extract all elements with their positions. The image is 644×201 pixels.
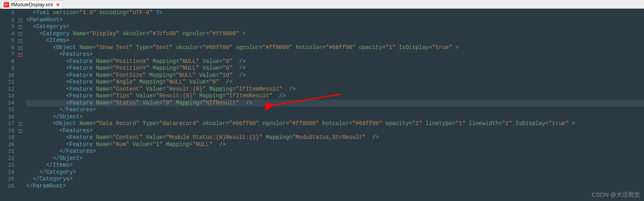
code-line[interactable]: <?xml version="1.0" encoding="UTF-8" ?> (26, 9, 644, 17)
fold-marker[interactable]: - (17, 44, 23, 51)
line-number: 8 (0, 58, 14, 65)
code-line[interactable]: <Feature Name="Content" Value="Module St… (26, 134, 644, 141)
tab-filename: IfModuleDisplay.xml (11, 2, 53, 8)
fold-marker[interactable]: - (17, 120, 23, 127)
line-number: 2 (0, 17, 14, 24)
line-number: 23 (0, 162, 14, 169)
fold-marker[interactable]: - (17, 17, 23, 24)
code-line[interactable]: <Features> (26, 127, 644, 135)
fold-marker[interactable] (17, 162, 23, 169)
fold-marker[interactable] (17, 9, 23, 17)
fold-marker[interactable] (17, 93, 23, 100)
code-line[interactable]: </Features> (26, 148, 644, 155)
line-number: 18 (0, 127, 14, 135)
line-number: 16 (0, 114, 14, 121)
fold-marker[interactable]: - (17, 127, 23, 135)
file-tab[interactable]: IfModuleDisplay.xml ✕ (1, 1, 63, 9)
code-line[interactable]: </Category> (26, 169, 644, 176)
code-line[interactable]: <Feature Name="PositionY" Mapping="NULL"… (26, 65, 644, 72)
line-number: 3 (0, 23, 14, 30)
code-line[interactable]: <Feature Name="Angle" Mapping="NULL" Val… (26, 79, 644, 86)
code-line[interactable]: <Feature Name="PositionX" Mapping="NULL"… (26, 58, 644, 65)
fold-marker[interactable] (17, 169, 23, 176)
fold-marker[interactable]: - (17, 51, 23, 58)
fold-marker[interactable] (17, 148, 23, 155)
fold-marker[interactable]: - (17, 30, 23, 38)
line-number: 4 (0, 30, 14, 38)
code-line[interactable]: <Feature Name="FontSize" Mapping="NULL" … (26, 72, 644, 79)
fold-marker[interactable] (17, 183, 23, 190)
line-number: 15 (0, 106, 14, 114)
line-number: 26 (0, 183, 14, 190)
fold-marker[interactable] (17, 72, 23, 79)
code-line[interactable]: </ParamRoot> (26, 183, 644, 190)
line-number: 21 (0, 148, 14, 155)
fold-marker[interactable]: - (17, 37, 23, 44)
code-editor[interactable]: 1234567891011121314151617181920212223242… (0, 9, 644, 201)
line-number: 11 (0, 79, 14, 86)
code-line[interactable]: </Features> (26, 106, 644, 114)
fold-marker[interactable]: - (17, 23, 23, 30)
code-line[interactable]: <Items> (26, 37, 644, 44)
code-content[interactable]: <?xml version="1.0" encoding="UTF-8" ?><… (23, 9, 644, 201)
line-number: 20 (0, 141, 14, 148)
code-line[interactable]: <Object Name="Data Record" Type="datarec… (26, 120, 644, 127)
fold-marker[interactable] (17, 141, 23, 148)
fold-marker[interactable] (17, 155, 23, 162)
fold-marker[interactable] (17, 79, 23, 86)
code-line[interactable]: <Feature Name="Tips" Value="Result:{0}" … (26, 93, 644, 100)
line-number: 17 (0, 120, 14, 127)
code-line[interactable]: <ParamRoot> (26, 17, 644, 24)
line-number-gutter: 1234567891011121314151617181920212223242… (0, 9, 17, 201)
line-number: 9 (0, 65, 14, 72)
fold-marker[interactable] (17, 58, 23, 65)
fold-gutter[interactable]: -------- (17, 9, 23, 201)
code-line[interactable]: <Categorys> (26, 23, 644, 30)
fold-marker[interactable] (17, 86, 23, 93)
code-line[interactable]: </Categorys> (26, 176, 644, 183)
code-line[interactable]: <Feature Name="Content" Value="Result:{0… (26, 86, 644, 93)
code-line[interactable]: <Feature Name="Num" Value="1" Mapping="N… (26, 141, 644, 148)
line-number: 24 (0, 169, 14, 176)
code-line[interactable]: </Object> (26, 155, 644, 162)
code-line[interactable]: <Object Name="Show Text" Type="text" okc… (26, 44, 644, 51)
line-number: 1 (0, 9, 14, 17)
line-number: 22 (0, 155, 14, 162)
code-line[interactable]: <Feature Name="Status" Value="0" Mapping… (26, 100, 644, 107)
line-number: 25 (0, 176, 14, 183)
close-icon[interactable]: ✕ (56, 2, 60, 8)
line-number: 7 (0, 51, 14, 58)
line-number: 5 (0, 37, 14, 44)
fold-marker[interactable] (17, 114, 23, 121)
code-line[interactable]: <Features> (26, 51, 644, 58)
line-number: 14 (0, 100, 14, 107)
code-line[interactable]: </Object> (26, 114, 644, 121)
xml-file-icon (4, 2, 9, 8)
line-number: 12 (0, 86, 14, 93)
tab-bar: IfModuleDisplay.xml ✕ (0, 0, 644, 9)
line-number: 10 (0, 72, 14, 79)
code-line[interactable]: <Category Name="Display" okcolor="#7cfc0… (26, 30, 644, 38)
line-number: 13 (0, 93, 14, 100)
fold-marker[interactable] (17, 65, 23, 72)
code-line[interactable]: </Items> (26, 162, 644, 169)
fold-marker[interactable] (17, 106, 23, 114)
fold-marker[interactable] (17, 134, 23, 141)
line-number: 6 (0, 44, 14, 51)
watermark: CSDN @大话视觉 (592, 191, 640, 199)
fold-marker[interactable] (17, 100, 23, 107)
line-number: 19 (0, 134, 14, 141)
fold-marker[interactable] (17, 176, 23, 183)
